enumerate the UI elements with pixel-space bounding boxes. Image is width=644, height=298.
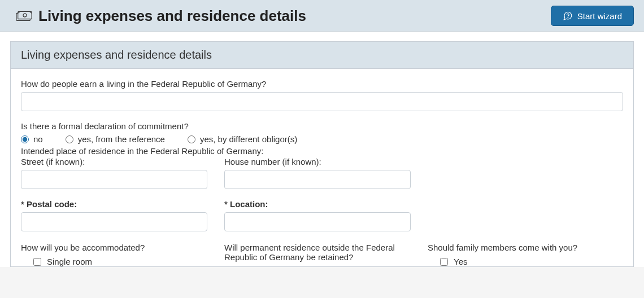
location-col: * Location: xyxy=(224,199,411,231)
house-label: House number (if known): xyxy=(224,157,411,166)
panel-body: How do people earn a living in the Feder… xyxy=(11,69,633,266)
commitment-yesref-label: yes, from the reference xyxy=(78,134,165,144)
intended-place-label: Intended place of residence in the Feder… xyxy=(21,146,623,156)
commitment-yesref-radio[interactable] xyxy=(66,135,73,143)
money-icon xyxy=(16,10,33,21)
commitment-no-radio[interactable] xyxy=(21,135,29,143)
street-label: Street (if known): xyxy=(21,157,207,166)
family-yes-label: Yes xyxy=(454,257,467,266)
permanent-col: Will permanent residence outside the Fed… xyxy=(224,243,411,266)
header-left: Living expenses and residence details xyxy=(16,7,306,25)
commitment-yesobl-label: yes, by different obligor(s) xyxy=(200,134,297,144)
bottom-questions: How will you be accommodated? Single roo… xyxy=(21,243,623,266)
earn-living-input[interactable] xyxy=(21,92,623,111)
chat-icon xyxy=(563,11,573,21)
commitment-no-option[interactable]: no xyxy=(21,134,43,144)
panel-title: Living expenses and residence details xyxy=(11,42,633,69)
start-wizard-button[interactable]: Start wizard xyxy=(551,6,634,26)
house-col: House number (if known): xyxy=(224,157,411,189)
form-panel: Living expenses and residence details Ho… xyxy=(10,41,634,267)
commitment-options: no yes, from the reference yes, by diffe… xyxy=(21,134,623,144)
svg-rect-1 xyxy=(18,12,32,19)
address-row-1: Street (if known): House number (if know… xyxy=(21,157,623,189)
page-container: Living expenses and residence details St… xyxy=(0,0,644,267)
address-row-2: * Postal code: * Location: xyxy=(21,199,623,231)
street-input[interactable] xyxy=(21,170,207,189)
accommodated-col: How will you be accommodated? Single roo… xyxy=(21,243,207,266)
commitment-yesref-option[interactable]: yes, from the reference xyxy=(66,134,165,144)
svg-point-5 xyxy=(568,17,568,17)
commitment-no-label: no xyxy=(33,134,43,144)
family-label: Should family members come with you? xyxy=(428,243,614,252)
earn-living-label: How do people earn a living in the Feder… xyxy=(21,79,623,89)
location-input[interactable] xyxy=(224,212,411,231)
page-title: Living expenses and residence details xyxy=(38,7,306,25)
single-room-checkbox[interactable] xyxy=(33,258,41,266)
commitment-yesobl-option[interactable]: yes, by different obligor(s) xyxy=(188,134,297,144)
page-header: Living expenses and residence details St… xyxy=(0,0,644,32)
permanent-label: Will permanent residence outside the Fed… xyxy=(224,243,411,262)
location-label: * Location: xyxy=(224,199,411,209)
commitment-label: Is there a formal declaration of commitm… xyxy=(21,121,623,131)
accommodated-label: How will you be accommodated? xyxy=(21,243,207,252)
single-room-option[interactable]: Single room xyxy=(21,257,207,266)
family-yes-checkbox[interactable] xyxy=(440,258,448,266)
earn-living-row: How do people earn a living in the Feder… xyxy=(21,79,623,111)
wizard-button-label: Start wizard xyxy=(577,11,622,21)
street-col: Street (if known): xyxy=(21,157,207,189)
postal-label: * Postal code: xyxy=(21,199,207,209)
commitment-yesobl-radio[interactable] xyxy=(188,135,195,143)
family-col: Should family members come with you? Yes xyxy=(428,243,614,266)
single-room-label: Single room xyxy=(47,257,92,266)
house-number-input[interactable] xyxy=(224,170,411,189)
postal-code-input[interactable] xyxy=(21,212,207,231)
postal-col: * Postal code: xyxy=(21,199,207,231)
commitment-row: Is there a formal declaration of commitm… xyxy=(21,121,623,144)
family-yes-option[interactable]: Yes xyxy=(428,257,614,266)
